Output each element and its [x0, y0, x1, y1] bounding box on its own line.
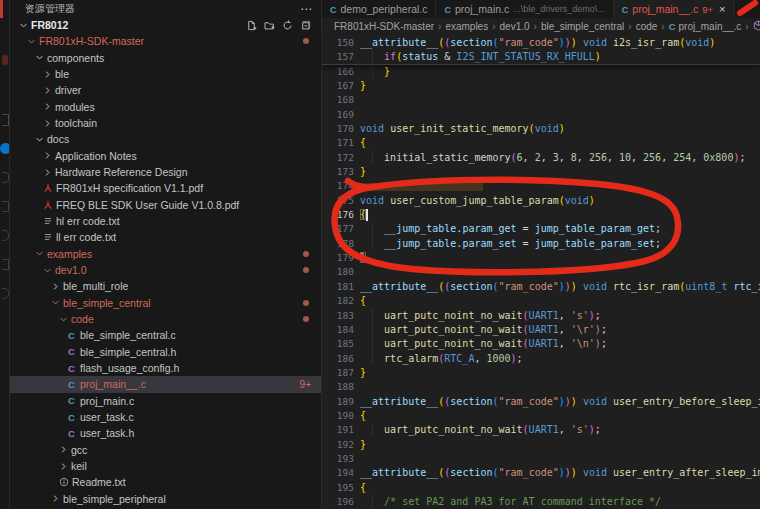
- breadcrumb-item-dev1-0[interactable]: dev1.0: [500, 21, 530, 32]
- activity-bar[interactable]: [0, 0, 10, 509]
- code-line-168[interactable]: 168: [322, 93, 760, 107]
- tree-item-driver[interactable]: driver: [10, 82, 321, 98]
- problems-badge: 9+: [300, 379, 311, 390]
- code-line-178[interactable]: 178 __jump_table.param_set = jump_table_…: [322, 236, 760, 250]
- breadcrumb-item-use[interactable]: use: [753, 20, 760, 33]
- code-line-176[interactable]: 176{: [322, 207, 760, 221]
- breadcrumb-separator: ›: [745, 21, 748, 32]
- tree-item-code[interactable]: code: [10, 311, 321, 327]
- tab-demo-peripheral-c[interactable]: Cdemo_peripheral.c: [322, 0, 436, 18]
- code-line-195[interactable]: 195{: [322, 480, 760, 494]
- breadcrumb-item-examples[interactable]: examples: [445, 21, 488, 32]
- tree-item-user-task-h[interactable]: Cuser_task.h: [10, 425, 321, 441]
- tab-proj-main-c[interactable]: Cproj_main.c...\ble_drivers_demo\...: [436, 0, 613, 18]
- chevron-right-icon: [57, 445, 69, 454]
- new-file-icon[interactable]: [246, 20, 257, 31]
- tab-path-hint: ...\ble_drivers_demo\...: [513, 4, 605, 14]
- tree-item-ble-simple-central[interactable]: ble_simple_central: [10, 295, 321, 311]
- tab-proj-main-c[interactable]: Cproj_main__.c9+×: [614, 0, 735, 18]
- code-line-175[interactable]: 175void user_custom_jump_table_param(voi…: [322, 193, 760, 207]
- editor-group: Cdemo_peripheral.cCproj_main.c...\ble_dr…: [322, 0, 760, 509]
- activity-icon-fragment: [2, 288, 9, 299]
- explorer-title: 资源管理器: [25, 2, 75, 16]
- code-line-189[interactable]: 189__attribute__((section("ram_code"))) …: [322, 394, 760, 408]
- chevron-right-icon: [49, 494, 61, 503]
- code-line-182[interactable]: 182{: [322, 294, 760, 308]
- symbol-icon: [753, 20, 760, 33]
- breadcrumb-item-code[interactable]: code: [636, 21, 658, 32]
- tree-item-proj-main-c[interactable]: Cproj_main__.c9+: [10, 376, 321, 392]
- code-line-186[interactable]: 186 rtc_alarm(RTC_A, 1000);: [322, 351, 760, 365]
- chevron-down-icon: [33, 135, 45, 144]
- code-line-169[interactable]: 169: [322, 107, 760, 121]
- c-file-icon: C: [622, 3, 629, 15]
- code-line-174[interactable]: 174: [322, 179, 760, 193]
- tree-item-modules[interactable]: modules: [10, 99, 321, 115]
- breadcrumb-item-proj-main-c[interactable]: Cproj_main__.c: [669, 21, 742, 32]
- code-line-177[interactable]: 177 __jump_table.param_get = jump_table_…: [322, 222, 760, 236]
- code-line-157[interactable]: 157 if(status & I2S_INT_STATUS_RX_HFULL): [322, 49, 760, 63]
- close-icon[interactable]: ×: [719, 3, 725, 15]
- tree-item-user-task-c[interactable]: Cuser_task.c: [10, 409, 321, 425]
- code-line-171[interactable]: 171{: [322, 136, 760, 150]
- tree-item-fr801xh-specification-v1-1-pdf[interactable]: FR801xH specification V1.1.pdf: [10, 180, 321, 196]
- code-line-196[interactable]: 196 /* set PA2 and PA3 for AT command in…: [322, 494, 760, 508]
- tab-bar: Cdemo_peripheral.cCproj_main.c...\ble_dr…: [322, 0, 760, 18]
- code-line-193[interactable]: 193: [322, 451, 760, 465]
- tree-item-gcc[interactable]: gcc: [10, 442, 321, 458]
- code-line-181[interactable]: 181__attribute__((section("ram_code"))) …: [322, 279, 760, 293]
- tree-item-toolchain[interactable]: toolchain: [10, 115, 321, 131]
- tree-item-readme-txt[interactable]: Readme.txt: [10, 474, 321, 490]
- code-line-173[interactable]: 173}: [322, 164, 760, 178]
- breadcrumb-item-fr801xh-sdk-master[interactable]: FR801xH-SDK-master: [334, 21, 434, 32]
- code-editor[interactable]: 166 }167}168169170void user_init_static_…: [322, 64, 760, 509]
- chevron-right-icon: [41, 168, 53, 177]
- new-folder-icon[interactable]: [264, 20, 275, 31]
- code-line-166[interactable]: 166 }: [322, 64, 760, 78]
- tree-item-ble-simple-central-c[interactable]: Cble_simple_central.c: [10, 327, 321, 343]
- code-line-187[interactable]: 187}: [322, 365, 760, 379]
- code-line-167[interactable]: 167}: [322, 78, 760, 92]
- tree-item-freq-ble-sdk-user-guide-v1-0-8-pdf[interactable]: FREQ BLE SDK User Guide V1.0.8.pdf: [10, 197, 321, 213]
- tree-item-keil[interactable]: keil: [10, 458, 321, 474]
- more-actions-icon[interactable]: ⋯: [300, 2, 313, 16]
- tree-item-examples[interactable]: examples: [10, 246, 321, 262]
- code-line-150[interactable]: 150__attribute__((section("ram_code"))) …: [322, 35, 760, 49]
- code-line-191[interactable]: 191 uart_putc_noint_no_wait(UART1, 's');: [322, 423, 760, 437]
- tree-item-components[interactable]: components: [10, 50, 321, 66]
- code-line-184[interactable]: 184 uart_putc_noint_no_wait(UART1, '\r')…: [322, 322, 760, 336]
- breadcrumb-item-ble-simple-central[interactable]: ble_simple_central: [541, 21, 624, 32]
- chevron-down-icon: [57, 315, 69, 324]
- code-line-188[interactable]: 188: [322, 380, 760, 394]
- tree-item-ble-multi-role[interactable]: ble_multi_role: [10, 278, 321, 294]
- tree-item-docs[interactable]: docs: [10, 131, 321, 147]
- tree-item-fr8012[interactable]: FR8012: [10, 17, 321, 33]
- c-purple-file-icon: C: [65, 346, 78, 357]
- c-purple-file-icon: C: [65, 428, 78, 439]
- code-line-183[interactable]: 183 uart_putc_noint_no_wait(UART1, 's');: [322, 308, 760, 322]
- code-line-170[interactable]: 170void user_init_static_memory(void): [322, 121, 760, 135]
- tree-item-application-notes[interactable]: Application Notes: [10, 148, 321, 164]
- code-line-190[interactable]: 190{: [322, 408, 760, 422]
- txt-file-icon: [41, 232, 54, 242]
- tree-item-ble-simple-central-h[interactable]: Cble_simple_central.h: [10, 344, 321, 360]
- code-line-179[interactable]: 179}: [322, 250, 760, 264]
- code-line-185[interactable]: 185 uart_putc_noint_no_wait(UART1, '\n')…: [322, 337, 760, 351]
- tree-item-hl-err-code-txt[interactable]: hl err code.txt: [10, 213, 321, 229]
- tree-item-fr801xh-sdk-master[interactable]: FR801xH-SDK-master: [10, 33, 321, 49]
- chevron-down-icon: [41, 266, 53, 275]
- tree-item-hardware-reference-design[interactable]: Hardware Reference Design: [10, 164, 321, 180]
- code-line-192[interactable]: 192}: [322, 437, 760, 451]
- chevron-down-icon: [33, 53, 45, 62]
- code-line-172[interactable]: 172 initial_static_memory(6, 2, 3, 8, 25…: [322, 150, 760, 164]
- code-line-194[interactable]: 194__attribute__((section("ram_code"))) …: [322, 466, 760, 480]
- tree-item-ll-err-code-txt[interactable]: ll err code.txt: [10, 229, 321, 245]
- refresh-icon[interactable]: [282, 20, 293, 31]
- tree-item-ble[interactable]: ble: [10, 66, 321, 82]
- tree-item-dev1-0[interactable]: dev1.0: [10, 262, 321, 278]
- tree-item-proj-main-c[interactable]: Cproj_main.c: [10, 393, 321, 409]
- collapse-all-icon[interactable]: [300, 20, 311, 31]
- code-line-180[interactable]: 180: [322, 265, 760, 279]
- tree-item-flash-usage-config-h[interactable]: Cflash_usage_config.h: [10, 360, 321, 376]
- tree-item-ble-simple-peripheral[interactable]: ble_simple_peripheral: [10, 491, 321, 507]
